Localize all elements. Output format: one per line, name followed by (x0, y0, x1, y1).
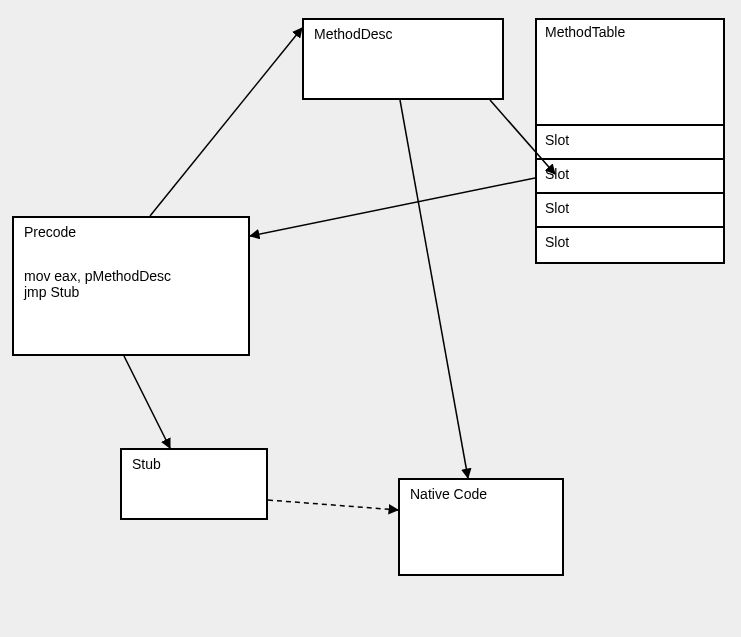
methoddesc-title: MethodDesc (314, 26, 393, 42)
svg-line-3 (400, 100, 468, 478)
svg-line-4 (124, 356, 170, 448)
methoddesc-box: MethodDesc (302, 18, 504, 100)
svg-line-5 (268, 500, 398, 510)
nativecode-box: Native Code (398, 478, 564, 576)
precode-line1: mov eax, pMethodDesc (24, 268, 238, 284)
methodtable-slot: Slot (537, 228, 723, 262)
nativecode-title: Native Code (410, 486, 487, 502)
precode-line2: jmp Stub (24, 284, 238, 300)
methodtable-slot: Slot (537, 126, 723, 160)
methodtable-title: MethodTable (537, 20, 723, 126)
svg-line-2 (250, 178, 535, 236)
precode-title: Precode (24, 224, 238, 240)
methodtable-slot: Slot (537, 194, 723, 228)
precode-box: Precode mov eax, pMethodDesc jmp Stub (12, 216, 250, 356)
methodtable-box: MethodTable Slot Slot Slot Slot (535, 18, 725, 264)
stub-box: Stub (120, 448, 268, 520)
svg-line-0 (150, 28, 302, 216)
methodtable-slot: Slot (537, 160, 723, 194)
stub-title: Stub (132, 456, 161, 472)
